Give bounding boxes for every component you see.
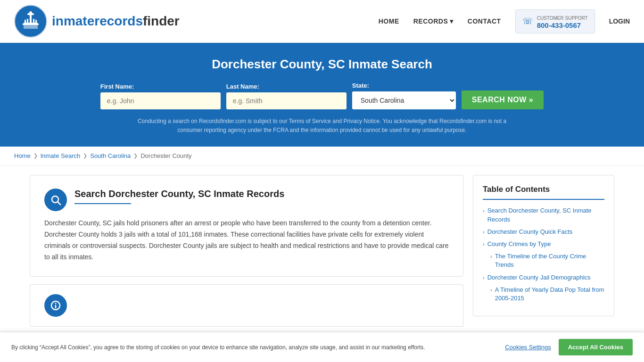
toc-link[interactable]: ›A Timeline of Yearly Data Pop Total fro… [490, 286, 604, 303]
toc-link[interactable]: ›Dorchester County Quick Facts [483, 228, 604, 236]
disclaimer-text: Conducting a search on Recordsfinder.com… [133, 117, 511, 135]
chevron-right-icon: › [483, 274, 485, 281]
logo-icon [14, 5, 47, 38]
nav-records[interactable]: RECORDS ▾ [413, 17, 454, 25]
toc-item: ›A Timeline of Yearly Data Pop Total fro… [483, 286, 604, 303]
svg-rect-2 [29, 11, 32, 14]
article-body: Dorchester County, SC jails hold prisone… [44, 218, 449, 263]
toc-link[interactable]: ›County Crimes by Type [483, 240, 604, 248]
article-header: Search Dorchester County, SC Inmate Reco… [44, 189, 449, 211]
toc-link[interactable]: ›Dorchester County Jail Demographics [483, 273, 604, 282]
state-select[interactable]: South CarolinaAlabamaAlaskaArizonaArkans… [352, 91, 456, 109]
search-form: First Name: Last Name: State: South Caro… [9, 82, 635, 109]
login-button[interactable]: LOGIN [609, 17, 630, 25]
svg-rect-9 [23, 24, 39, 25]
cookie-banner: By clicking “Accept All Cookies”, you ag… [0, 332, 644, 336]
breadcrumb-sep-2: ❯ [83, 153, 87, 159]
hero-title: Dorchester County, SC Inmate Search [9, 57, 635, 72]
breadcrumb-state[interactable]: South Carolina [90, 152, 131, 159]
search-icon [44, 189, 67, 211]
first-name-group: First Name: [100, 83, 221, 109]
toc-title: Table of Contents [483, 185, 604, 194]
main-content: Search Dorchester County, SC Inmate Reco… [20, 175, 624, 326]
chevron-right-icon: › [483, 207, 485, 214]
svg-rect-8 [35, 20, 37, 24]
toc-link[interactable]: ›The Timeline of the County Crime Trends [490, 252, 604, 269]
breadcrumb: Home ❯ Inmate Search ❯ South Carolina ❯ … [0, 147, 644, 165]
toc-item: ›The Timeline of the County Crime Trends [483, 252, 604, 269]
chevron-right-icon: › [483, 241, 485, 248]
toc-underline [483, 199, 604, 200]
toc-list: ›Search Dorchester County, SC Inmate Rec… [483, 206, 604, 303]
last-name-input[interactable] [226, 92, 347, 109]
svg-rect-10 [24, 25, 38, 29]
svg-rect-6 [30, 15, 32, 24]
chevron-right-icon: › [483, 229, 485, 236]
search-button[interactable]: SEARCH NOW » [462, 90, 544, 109]
article-card-partial [30, 284, 463, 327]
breadcrumb-inmate-search[interactable]: Inmate Search [41, 152, 81, 159]
last-name-group: Last Name: [226, 83, 347, 109]
breadcrumb-sep-1: ❯ [33, 153, 38, 159]
first-name-label: First Name: [100, 83, 134, 90]
svg-line-12 [58, 202, 61, 205]
article-title-area: Search Dorchester County, SC Inmate Reco… [74, 189, 449, 204]
customer-support[interactable]: ☏ CUSTOMER SUPPORT 800-433-0567 [515, 9, 595, 33]
breadcrumb-home[interactable]: Home [14, 152, 31, 159]
phone-icon: ☏ [522, 16, 533, 26]
svg-rect-5 [27, 19, 28, 24]
logo-text: inmaterecordsfinder [52, 14, 180, 29]
toc-item: ›Search Dorchester County, SC Inmate Rec… [483, 206, 604, 223]
nav-home[interactable]: HOME [379, 17, 399, 25]
nav-contact[interactable]: CONTACT [468, 17, 501, 25]
chevron-right-icon: › [490, 287, 492, 294]
site-header: inmaterecordsfinder HOME RECORDS ▾ CONTA… [0, 0, 644, 43]
article-title-underline [74, 203, 131, 204]
first-name-input[interactable] [100, 92, 221, 109]
breadcrumb-county: Dorchester County [140, 152, 191, 159]
content-left: Search Dorchester County, SC Inmate Reco… [30, 175, 463, 326]
article-card-main: Search Dorchester County, SC Inmate Reco… [30, 175, 463, 276]
svg-rect-4 [25, 20, 26, 24]
main-nav: HOME RECORDS ▾ CONTACT ☏ CUSTOMER SUPPOR… [379, 9, 630, 33]
hero-section: Dorchester County, SC Inmate Search Firs… [0, 43, 644, 147]
toc-card: Table of Contents ›Search Dorchester Cou… [473, 175, 614, 316]
breadcrumb-sep-3: ❯ [133, 153, 138, 159]
state-label: State: [352, 82, 369, 89]
toc-item: ›County Crimes by Type [483, 240, 604, 248]
toc-link[interactable]: ›Search Dorchester County, SC Inmate Rec… [483, 206, 604, 223]
support-info: CUSTOMER SUPPORT 800-433-0567 [537, 14, 588, 29]
article-title: Search Dorchester County, SC Inmate Reco… [74, 189, 449, 199]
info-icon [44, 294, 67, 317]
content-right: Table of Contents ›Search Dorchester Cou… [473, 175, 614, 316]
chevron-down-icon: ▾ [450, 17, 454, 25]
toc-item: ›Dorchester County Jail Demographics [483, 273, 604, 282]
last-name-label: Last Name: [226, 83, 259, 90]
chevron-right-icon: › [490, 253, 492, 260]
svg-rect-7 [33, 19, 34, 24]
state-group: State: South CarolinaAlabamaAlaskaArizon… [352, 82, 456, 109]
toc-item: ›Dorchester County Quick Facts [483, 228, 604, 236]
logo[interactable]: inmaterecordsfinder [14, 5, 180, 38]
